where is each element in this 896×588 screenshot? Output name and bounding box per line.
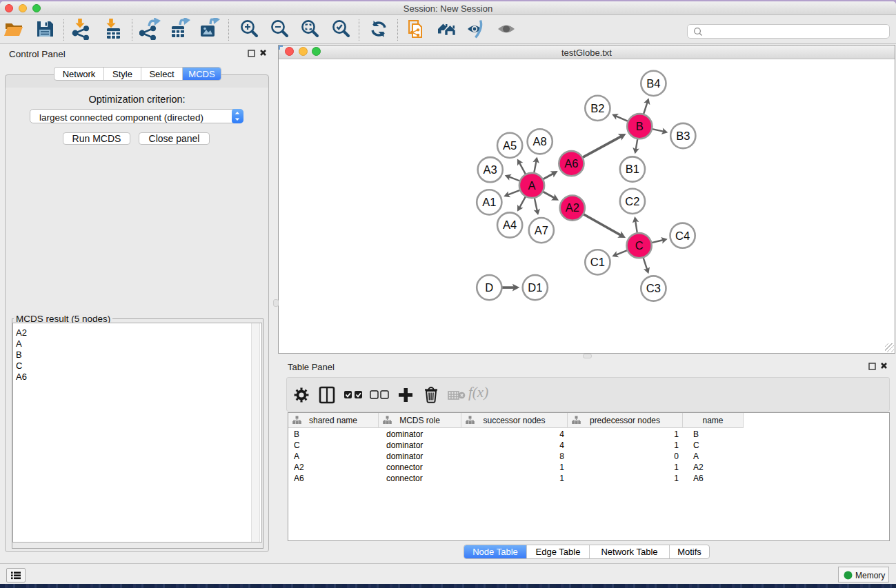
svg-text:C: C — [635, 239, 644, 252]
svg-text:A7: A7 — [535, 224, 548, 236]
svg-text:A: A — [528, 179, 535, 192]
svg-text:A5: A5 — [503, 139, 517, 152]
svg-text:C3: C3 — [646, 282, 661, 294]
svg-text:C4: C4 — [675, 230, 690, 242]
svg-text:A3: A3 — [484, 163, 497, 176]
svg-text:D1: D1 — [528, 281, 542, 294]
svg-text:A8: A8 — [533, 135, 547, 148]
svg-text:B3: B3 — [676, 130, 690, 142]
svg-text:A2: A2 — [566, 201, 579, 214]
svg-text:A1: A1 — [482, 196, 496, 208]
svg-text:D: D — [485, 281, 493, 294]
svg-text:B2: B2 — [590, 102, 604, 114]
svg-text:C1: C1 — [590, 256, 605, 268]
svg-text:A4: A4 — [503, 219, 517, 231]
svg-text:B: B — [636, 120, 644, 132]
svg-text:A6: A6 — [564, 157, 578, 170]
svg-text:C2: C2 — [625, 195, 639, 207]
svg-text:B1: B1 — [626, 163, 639, 175]
svg-text:B4: B4 — [646, 77, 660, 90]
